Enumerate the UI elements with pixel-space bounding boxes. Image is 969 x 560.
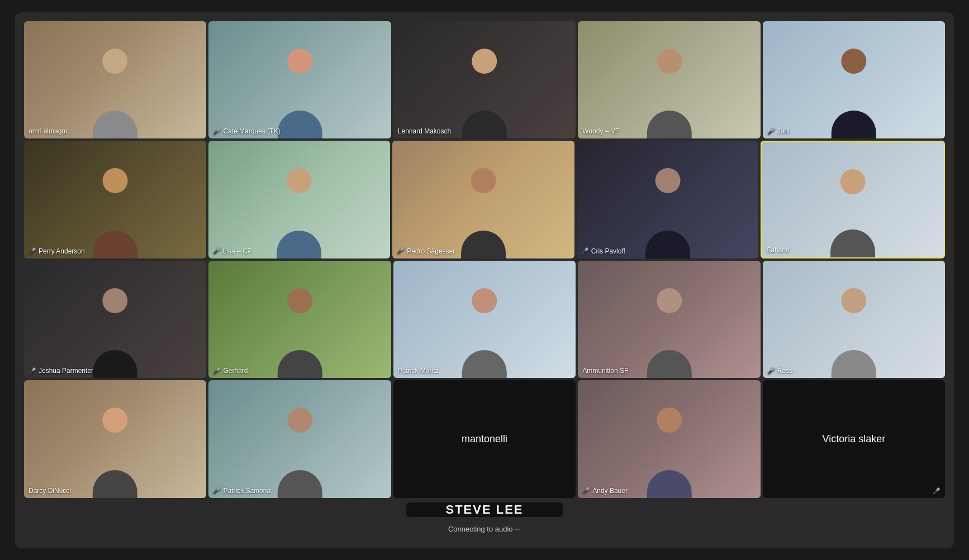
name-woody: Woody – VF bbox=[582, 127, 619, 135]
tile-mantonelli[interactable]: mantonelli bbox=[393, 380, 576, 498]
name-lisa: Lisa – CP bbox=[223, 247, 252, 255]
grid-row-1: omri almagor 🎤 Cate Marques (TK) bbox=[24, 21, 945, 139]
tile-sahand[interactable]: Sahand bbox=[761, 141, 945, 259]
mute-icon-joshua: 🎤 bbox=[28, 367, 36, 375]
label-ammo: Ammunition SF bbox=[582, 367, 628, 375]
name-victoria: Victoria slaker bbox=[822, 433, 885, 445]
name-mantonelli: mantonelli bbox=[462, 433, 507, 445]
name-steve: STEVE LEE bbox=[445, 502, 523, 517]
tile-lisa[interactable]: 🎤 Lisa – CP bbox=[208, 141, 391, 259]
name-ross: Ross bbox=[777, 367, 792, 375]
tile-omri[interactable]: omri almagor bbox=[24, 21, 206, 139]
tile-cris[interactable]: 🎤 Cris Pavloff bbox=[577, 141, 759, 259]
name-juhi: Juhi bbox=[777, 127, 790, 135]
label-lisa: 🎤 Lisa – CP bbox=[213, 247, 252, 255]
name-patrick-s: Patrick Samona bbox=[223, 487, 270, 495]
label-patrick-m: Patrick Moritz bbox=[398, 367, 439, 375]
name-perry: Perry Anderson bbox=[39, 247, 85, 255]
label-victoria-mute: 🎤 bbox=[933, 487, 940, 495]
label-sahand: Sahand bbox=[766, 246, 789, 254]
status-text: Connecting to audio ··· bbox=[448, 525, 521, 533]
status-bar: Connecting to audio ··· bbox=[448, 519, 521, 539]
mute-icon-cate: 🎤 bbox=[213, 128, 221, 135]
name-lennard: Lennard Makosch bbox=[398, 127, 451, 135]
name-gerhard: Gerhard bbox=[223, 367, 248, 375]
label-omri: omri almagor bbox=[28, 127, 68, 135]
video-grid: omri almagor 🎤 Cate Marques (TK) bbox=[24, 21, 945, 498]
label-cate: 🎤 Cate Marques (TK) bbox=[213, 127, 280, 135]
tile-steve[interactable]: STEVE LEE bbox=[406, 502, 563, 517]
tile-pedro[interactable]: 🎤 Pedro Sägesser bbox=[392, 141, 574, 259]
mute-icon-andy: 🎤 bbox=[582, 487, 590, 494]
tile-patrick-s[interactable]: 🎤 Patrick Samona bbox=[208, 380, 391, 498]
meeting-container: omri almagor 🎤 Cate Marques (TK) bbox=[15, 12, 954, 548]
label-patrick-s: 🎤 Patrick Samona bbox=[213, 487, 270, 495]
label-andy: 🎤 Andy Bauer bbox=[582, 487, 628, 495]
label-gerhard: 🎤 Gerhard bbox=[213, 367, 248, 375]
label-cris: 🎤 Cris Pavloff bbox=[581, 247, 625, 255]
name-darcy: Darcy DiNucci bbox=[28, 487, 71, 495]
name-sahand: Sahand bbox=[766, 246, 789, 254]
mute-icon-pedro: 🎤 bbox=[397, 247, 405, 255]
mute-icon-ross: 🎤 bbox=[767, 367, 775, 375]
label-joshua: 🎤 Joshua Parmenter bbox=[28, 367, 93, 375]
label-lennard: Lennard Makosch bbox=[398, 127, 451, 135]
tile-ross[interactable]: 🎤 Ross bbox=[763, 261, 945, 379]
name-andy: Andy Bauer bbox=[592, 487, 628, 495]
tile-cate[interactable]: 🎤 Cate Marques (TK) bbox=[208, 21, 391, 139]
tile-darcy[interactable]: Darcy DiNucci bbox=[24, 380, 206, 498]
tile-patrick-m[interactable]: Patrick Moritz bbox=[393, 261, 576, 379]
mute-icon-cris: 🎤 bbox=[581, 247, 589, 255]
name-patrick-m: Patrick Moritz bbox=[398, 367, 439, 375]
mute-icon-victoria: 🎤 bbox=[933, 487, 940, 495]
label-pedro: 🎤 Pedro Sägesser bbox=[397, 247, 455, 255]
tile-victoria[interactable]: Victoria slaker 🎤 bbox=[763, 380, 945, 498]
mute-icon-gerhard: 🎤 bbox=[213, 367, 221, 375]
grid-row-4: Darcy DiNucci 🎤 Patrick Samona mantonell… bbox=[24, 380, 945, 498]
tile-perry[interactable]: 🎤 Perry Anderson bbox=[24, 141, 206, 259]
mute-icon-lisa: 🎤 bbox=[213, 247, 221, 255]
name-ammo: Ammunition SF bbox=[582, 367, 628, 375]
label-woody: Woody – VF bbox=[582, 127, 619, 135]
label-perry: 🎤 Perry Anderson bbox=[28, 247, 85, 255]
label-ross: 🎤 Ross bbox=[767, 367, 792, 375]
label-darcy: Darcy DiNucci bbox=[28, 487, 71, 495]
tile-juhi[interactable]: 🎤 Juhi bbox=[763, 21, 945, 139]
tile-joshua[interactable]: 🎤 Joshua Parmenter bbox=[24, 261, 206, 379]
label-juhi: 🎤 Juhi bbox=[767, 127, 790, 135]
tile-woody[interactable]: Woody – VF bbox=[578, 21, 760, 139]
tile-gerhard[interactable]: 🎤 Gerhard bbox=[208, 261, 391, 379]
name-omri: omri almagor bbox=[28, 127, 68, 135]
name-pedro: Pedro Sägesser bbox=[407, 247, 455, 255]
tile-andy[interactable]: 🎤 Andy Bauer bbox=[578, 380, 760, 498]
mute-icon-juhi: 🎤 bbox=[767, 128, 775, 135]
name-joshua: Joshua Parmenter bbox=[39, 367, 93, 375]
tile-lennard[interactable]: Lennard Makosch bbox=[393, 21, 576, 139]
name-cate: Cate Marques (TK) bbox=[223, 127, 280, 135]
grid-row-2: 🎤 Perry Anderson 🎤 Lisa – CP bbox=[24, 141, 945, 259]
mute-icon-patrick-s: 🎤 bbox=[213, 487, 221, 494]
grid-row-3: 🎤 Joshua Parmenter 🎤 Gerhard bbox=[24, 261, 945, 379]
tile-ammo[interactable]: Ammunition SF bbox=[578, 261, 760, 379]
mute-icon-perry: 🎤 bbox=[28, 247, 36, 255]
name-cris: Cris Pavloff bbox=[591, 247, 625, 255]
